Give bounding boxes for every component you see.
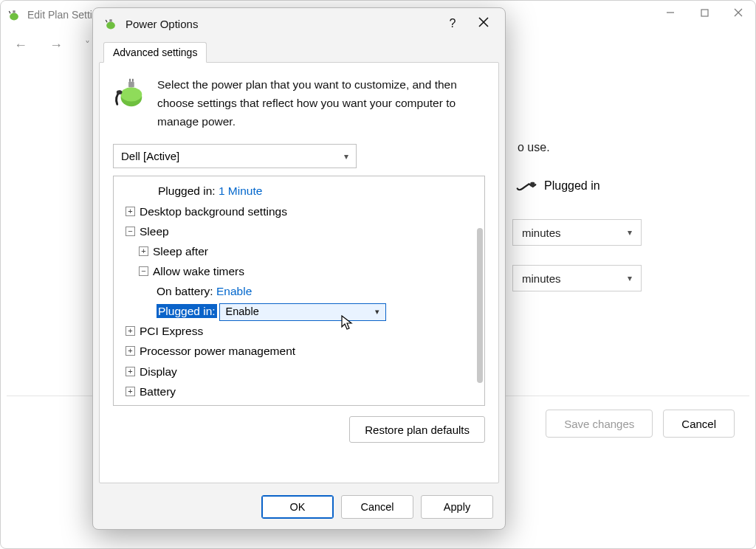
expand-icon[interactable]: + <box>126 326 135 336</box>
expand-icon[interactable]: + <box>126 387 135 396</box>
help-button[interactable]: ? <box>437 17 468 30</box>
svg-rect-6 <box>530 182 535 187</box>
tree-item-battery[interactable]: + Battery <box>118 381 484 401</box>
dialog-titlebar: Power Options ? <box>93 8 505 39</box>
background-combo-1[interactable]: minutes ▾ <box>512 219 642 246</box>
tree-item-allow-wake-timers[interactable]: − Allow wake timers <box>118 261 484 281</box>
svg-rect-3 <box>701 10 708 16</box>
collapse-icon[interactable]: − <box>139 266 148 276</box>
tree-item-sleep[interactable]: − Sleep <box>118 221 484 241</box>
battery-large-icon <box>113 76 147 131</box>
chevron-down-icon: ▾ <box>375 305 379 319</box>
save-changes-button[interactable]: Save changes <box>546 410 653 438</box>
collapse-icon[interactable]: − <box>126 227 135 236</box>
chevron-down-icon: ▾ <box>344 151 348 162</box>
dialog-description: Select the power plan that you want to c… <box>157 76 485 131</box>
svg-point-0 <box>10 13 18 21</box>
svg-rect-8 <box>109 19 111 21</box>
plug-icon <box>516 179 537 193</box>
window-controls <box>653 1 755 24</box>
plugged-in-label: Plugged in <box>544 179 600 193</box>
expand-icon[interactable]: + <box>126 207 135 216</box>
tree-item-pci-express[interactable]: + PCI Express <box>118 321 484 341</box>
svg-point-7 <box>106 22 115 30</box>
tree-value-on-battery[interactable]: On battery: Enable <box>118 281 484 301</box>
up-button[interactable]: ˅ <box>85 39 90 51</box>
maximize-button[interactable] <box>687 1 721 24</box>
tree-link-enable[interactable]: Enable <box>216 285 252 297</box>
tab-advanced-settings[interactable]: Advanced settings <box>103 42 207 63</box>
dialog-title: Power Options <box>126 18 198 30</box>
chevron-down-icon: ▾ <box>628 227 632 238</box>
svg-rect-1 <box>13 10 15 13</box>
tree-item-processor[interactable]: + Processor power management <box>118 341 484 361</box>
svg-point-16 <box>117 90 123 94</box>
chevron-down-icon: ▾ <box>628 273 632 283</box>
apply-button[interactable]: Apply <box>421 495 493 519</box>
ok-button[interactable]: OK <box>261 495 334 519</box>
forward-button[interactable]: → <box>49 38 63 53</box>
selected-label: Plugged in: <box>157 304 217 318</box>
wake-timer-plugged-select[interactable]: Enable▾ <box>219 303 386 321</box>
tree-item-display[interactable]: + Display <box>118 362 484 381</box>
tree-link-1-minute[interactable]: 1 Minute <box>219 184 262 197</box>
scrollbar-thumb[interactable] <box>477 228 483 383</box>
tree-value-plugged-in-wake[interactable]: Plugged in:Enable▾ <box>118 301 484 321</box>
tree-item-desktop-background[interactable]: + Desktop background settings <box>118 201 484 221</box>
cancel-button[interactable]: Cancel <box>663 410 735 438</box>
plugged-in-header: Plugged in <box>516 179 600 193</box>
dialog-cancel-button[interactable]: Cancel <box>341 495 413 519</box>
expand-icon[interactable]: + <box>139 246 148 256</box>
tree-value-plugged-in[interactable]: Plugged in: 1 Minute <box>118 181 484 201</box>
expand-icon[interactable]: + <box>126 367 135 376</box>
minimize-button[interactable] <box>653 1 687 24</box>
background-text-fragment: o use. <box>518 141 550 154</box>
background-combo-2[interactable]: minutes ▾ <box>512 265 642 291</box>
svg-rect-13 <box>128 82 134 88</box>
back-button[interactable]: ← <box>14 38 27 53</box>
tree-item-sleep-after[interactable]: + Sleep after <box>118 241 484 261</box>
battery-icon <box>103 16 118 31</box>
restore-defaults-button[interactable]: Restore plan defaults <box>349 416 485 443</box>
svg-point-12 <box>121 87 142 101</box>
close-button[interactable] <box>721 1 755 24</box>
expand-icon[interactable]: + <box>126 346 135 356</box>
battery-icon <box>7 7 21 22</box>
dialog-close-button[interactable] <box>468 17 499 30</box>
advanced-settings-panel: Select the power plan that you want to c… <box>99 62 499 483</box>
settings-tree[interactable]: Plugged in: 1 Minute + Desktop backgroun… <box>113 176 485 406</box>
power-plan-select[interactable]: Dell [Active] ▾ <box>113 144 357 168</box>
power-options-dialog: Power Options ? Advanced settings Select <box>92 7 506 530</box>
